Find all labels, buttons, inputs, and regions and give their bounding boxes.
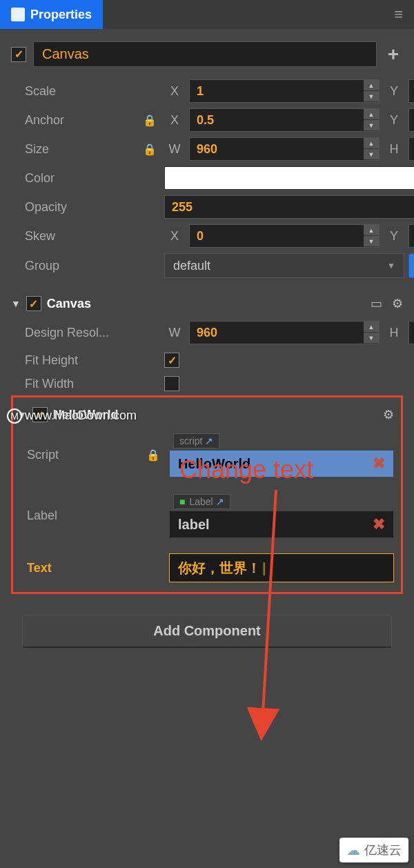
group-edit-button[interactable]: Edit xyxy=(408,253,414,278)
canvas-enabled-checkbox[interactable] xyxy=(26,296,41,311)
add-node-button[interactable]: + xyxy=(384,43,403,66)
canvas-component-header[interactable]: ▼ Canvas ▭ ⚙ xyxy=(11,296,403,311)
design-w-input[interactable]: ▲▼ xyxy=(189,321,379,344)
design-h-input[interactable]: ▲▼ xyxy=(408,321,414,344)
axis-y-label: Y xyxy=(384,84,404,99)
skew-x-input[interactable]: ▲▼ xyxy=(189,224,379,248)
color-picker[interactable] xyxy=(164,166,414,190)
help-book-icon[interactable]: ▭ xyxy=(371,296,382,311)
cloud-icon: ☁ xyxy=(346,842,360,858)
hello-enabled-checkbox[interactable] xyxy=(32,407,48,422)
tab-label: Properties xyxy=(30,8,92,22)
gear-icon[interactable]: ⚙ xyxy=(383,407,394,422)
skew-label: Skew xyxy=(25,229,135,244)
annotation-highlight-box: ▼ HelloWorld ⚙ Script 🔒 script↗ HelloWor… xyxy=(11,395,403,594)
axis-x-label: X xyxy=(164,84,185,99)
color-label: Color xyxy=(25,171,135,186)
clear-icon[interactable]: ✖ xyxy=(373,515,385,533)
link-icon[interactable]: ↗ xyxy=(205,435,213,446)
stepper-up-icon[interactable]: ▲ xyxy=(364,80,379,91)
group-select[interactable]: default xyxy=(164,253,404,278)
lock-icon[interactable]: 🔒 xyxy=(139,143,160,156)
fit-width-label: Fit Width xyxy=(25,377,135,391)
size-h-input[interactable]: ▲▼ xyxy=(408,137,414,161)
add-component-button[interactable]: Add Component xyxy=(22,615,392,648)
size-label: Size xyxy=(25,142,135,157)
collapse-icon[interactable]: ▼ xyxy=(11,298,21,309)
gear-icon[interactable]: ⚙ xyxy=(392,296,403,311)
canvas-comp-title: Canvas xyxy=(47,297,91,311)
scale-x-input[interactable]: ▲▼ xyxy=(189,79,379,103)
opacity-input[interactable]: ▲▼ xyxy=(164,195,414,219)
fit-height-label: Fit Height xyxy=(25,353,135,368)
script-label: Script xyxy=(27,448,137,462)
properties-panel: Canvas + Scale X ▲▼ Y ▲▼ Anchor 🔒 X ▲▼ Y… xyxy=(0,29,414,660)
canvas-props: Design Resol... W ▲▼ H ▲▼ Fit Height Fit… xyxy=(25,321,403,391)
text-prop-label: Text xyxy=(27,561,137,575)
script-tag: script↗ xyxy=(173,433,219,448)
anchor-x-input[interactable]: ▲▼ xyxy=(189,108,379,132)
label-field[interactable]: label ✖ xyxy=(169,511,394,538)
label-tag: ■Label↗ xyxy=(173,494,230,509)
anchor-label: Anchor xyxy=(25,113,135,128)
node-name-field[interactable]: Canvas xyxy=(33,41,377,67)
scale-label: Scale xyxy=(25,84,135,99)
script-field[interactable]: HelloWorld ✖ xyxy=(169,450,394,477)
lock-icon: 🔒 xyxy=(143,448,164,462)
clear-icon[interactable]: ✖ xyxy=(373,455,385,473)
skew-y-input[interactable]: ▲▼ xyxy=(408,224,414,248)
opacity-label: Opacity xyxy=(25,200,135,215)
tab-properties[interactable]: Properties xyxy=(0,0,103,29)
panel-menu-icon[interactable]: ≡ xyxy=(383,6,414,23)
node-enabled-checkbox[interactable] xyxy=(11,47,26,62)
anchor-y-input[interactable]: ▲▼ xyxy=(408,108,414,132)
node-props-grid: Scale X ▲▼ Y ▲▼ Anchor 🔒 X ▲▼ Y ▲▼ Size … xyxy=(25,79,403,278)
design-res-label: Design Resol... xyxy=(25,326,135,340)
node-header: Canvas + xyxy=(11,41,403,67)
label-prop-label: Label xyxy=(27,509,137,523)
fit-height-checkbox[interactable] xyxy=(164,353,179,368)
scale-y-input[interactable]: ▲▼ xyxy=(408,79,414,103)
size-w-input[interactable]: ▲▼ xyxy=(189,137,379,161)
lock-icon[interactable]: 🔒 xyxy=(139,114,160,127)
text-input[interactable]: 你好，世界！| xyxy=(169,553,394,582)
collapse-icon[interactable]: ▼ xyxy=(17,409,27,420)
group-label: Group xyxy=(25,259,135,273)
properties-icon xyxy=(11,8,25,21)
link-icon[interactable]: ↗ xyxy=(216,496,224,507)
fit-width-checkbox[interactable] xyxy=(164,376,179,391)
hello-comp-title: HelloWorld xyxy=(53,408,119,422)
tab-bar: Properties ≡ xyxy=(0,0,414,29)
stepper-down-icon[interactable]: ▼ xyxy=(364,91,379,102)
hello-component-header[interactable]: ▼ HelloWorld ⚙ xyxy=(17,407,394,422)
corner-badge: ☁ 亿速云 xyxy=(339,838,408,862)
